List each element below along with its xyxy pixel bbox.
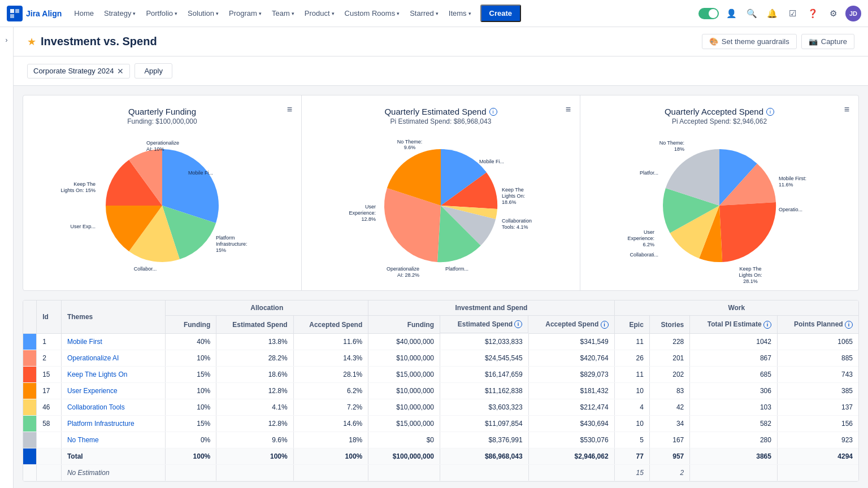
row-epic: 10 (614, 416, 649, 432)
row-inv-est: $16,147,659 (440, 367, 529, 383)
theme-color-bar (23, 399, 37, 416)
create-button[interactable]: Create (480, 5, 521, 22)
row-theme: Platform Infrastructure (61, 416, 165, 432)
row-inv-acc: $829,073 (528, 367, 614, 383)
svg-text:Infrastructure:: Infrastructure: (216, 241, 248, 247)
quarterly-estimated-title: Quarterly Estimated Spend (384, 107, 486, 116)
quarterly-funding-chart: Mobile Fi... Platform Infrastructure: 15… (32, 132, 292, 279)
svg-text:Collabor...: Collabor... (134, 266, 157, 272)
nav-program[interactable]: Program▾ (224, 6, 266, 21)
row-alloc-funding: 10% (166, 383, 216, 399)
guardrails-button[interactable]: 🎨 Set theme guardrails (702, 34, 797, 49)
search-icon[interactable]: 🔍 (744, 6, 760, 21)
logo-icon (7, 6, 23, 21)
row-stories: 202 (649, 367, 689, 383)
row-stories: 83 (649, 383, 689, 399)
avatar[interactable]: JD (845, 6, 861, 21)
row-id: 46 (37, 399, 62, 416)
svg-text:Keep The: Keep The (73, 181, 96, 187)
app-name: Jira Align (26, 9, 62, 18)
app-logo[interactable]: Jira Align (7, 6, 62, 21)
row-pp: 137 (777, 399, 858, 416)
row-stories: 201 (649, 350, 689, 367)
accepted-info-icon[interactable]: i (766, 108, 774, 116)
group-work: Work (614, 300, 858, 316)
row-alloc-acc: 28.1% (293, 367, 368, 383)
settings-icon[interactable]: ⚙ (825, 6, 841, 21)
row-alloc-acc: 18% (293, 432, 368, 448)
row-inv-funding: $0 (368, 432, 440, 448)
nav-team[interactable]: Team▾ (267, 6, 299, 21)
nav-strategy[interactable]: Strategy▾ (99, 6, 140, 21)
row-epic: 11 (614, 367, 649, 383)
title-row: ★ Investment vs. Spend (27, 35, 157, 48)
svg-rect-0 (10, 9, 14, 13)
svg-text:Operationalize: Operationalize (387, 266, 419, 272)
apply-button[interactable]: Apply (134, 63, 172, 79)
page-header: ★ Investment vs. Spend 🎨 Set theme guard… (14, 27, 868, 56)
row-inv-funding: $10,000,000 (368, 383, 440, 399)
chart-menu-funding[interactable]: ≡ (287, 104, 292, 115)
nav-solution[interactable]: Solution▾ (183, 6, 223, 21)
col-pp: Points Planned i (777, 316, 858, 334)
svg-text:AI: 10%: AI: 10% (146, 146, 164, 152)
chart-menu-accepted[interactable]: ≡ (844, 104, 849, 115)
row-alloc-acc: 11.6% (293, 334, 368, 350)
row-alloc-est: 18.6% (216, 367, 293, 383)
page-title: Investment vs. Spend (41, 35, 157, 48)
row-inv-est: $3,603,323 (440, 399, 529, 416)
nav-items[interactable]: Items▾ (444, 6, 476, 21)
row-epic: 5 (614, 432, 649, 448)
svg-text:Keep The: Keep The (740, 266, 762, 272)
no-est-label: No Estimation (61, 465, 165, 481)
row-stories: 167 (649, 432, 689, 448)
row-pp: 1065 (777, 334, 858, 350)
row-tpi: 280 (690, 432, 778, 448)
svg-rect-1 (15, 9, 19, 13)
table-row: 15 Keep The Lights On 15% 18.6% 28.1% $1… (23, 367, 858, 383)
estimated-info-icon[interactable]: i (489, 108, 497, 116)
svg-text:15%: 15% (216, 247, 226, 253)
checkbox-icon[interactable]: ☑ (784, 6, 800, 21)
row-pp: 385 (777, 383, 858, 399)
filter-tag-remove[interactable]: ✕ (117, 67, 124, 76)
nav-product[interactable]: Product▾ (300, 6, 339, 21)
help-icon[interactable]: ❓ (805, 6, 821, 21)
row-epic: 10 (614, 383, 649, 399)
table-row: 17 User Experience 10% 12.8% 6.2% $10,00… (23, 383, 858, 399)
chart-menu-estimated[interactable]: ≡ (566, 104, 571, 115)
row-alloc-funding: 40% (166, 334, 216, 350)
filter-bar: Corporate Strategy 2024 ✕ Apply (14, 56, 868, 86)
row-inv-est: $8,376,991 (440, 432, 529, 448)
row-alloc-funding: 10% (166, 350, 216, 367)
nav-portfolio[interactable]: Portfolio▾ (141, 6, 182, 21)
table-row: 1 Mobile First 40% 13.8% 11.6% $40,000,0… (23, 334, 858, 350)
nav-right-actions: 👤 🔍 🔔 ☑ ❓ ⚙ JD (698, 6, 861, 21)
capture-button[interactable]: 📷 Capture (801, 34, 854, 49)
user-icon[interactable]: 👤 (723, 6, 739, 21)
svg-text:Operatio...: Operatio... (779, 207, 802, 212)
star-icon[interactable]: ★ (27, 36, 36, 48)
table-row: 46 Collaboration Tools 10% 4.1% 7.2% $10… (23, 399, 858, 416)
row-alloc-est: 12.8% (216, 416, 293, 432)
row-theme: Keep The Lights On (61, 367, 165, 383)
table-row: No Theme 0% 9.6% 18% $0 $8,376,991 $530,… (23, 432, 858, 448)
row-inv-funding: $10,000,000 (368, 399, 440, 416)
svg-rect-2 (10, 14, 14, 18)
row-inv-funding: $40,000,000 (368, 334, 440, 350)
toggle-switch[interactable] (698, 8, 719, 19)
row-id: 58 (37, 416, 62, 432)
row-pp: 923 (777, 432, 858, 448)
row-pp: 156 (777, 416, 858, 432)
row-inv-funding: $15,000,000 (368, 367, 440, 383)
svg-text:Mobile Fi...: Mobile Fi... (479, 159, 504, 164)
nav-custom-rooms[interactable]: Custom Rooms▾ (340, 6, 405, 21)
nav-home[interactable]: Home (70, 6, 98, 21)
bell-icon[interactable]: 🔔 (764, 6, 780, 21)
svg-text:Operationalize: Operationalize (146, 140, 179, 146)
row-epic: 26 (614, 350, 649, 367)
sidebar-toggle[interactable]: › (0, 27, 14, 488)
col-themes: Themes (61, 300, 165, 334)
row-inv-funding: $15,000,000 (368, 416, 440, 432)
nav-starred[interactable]: Starred▾ (405, 6, 443, 21)
